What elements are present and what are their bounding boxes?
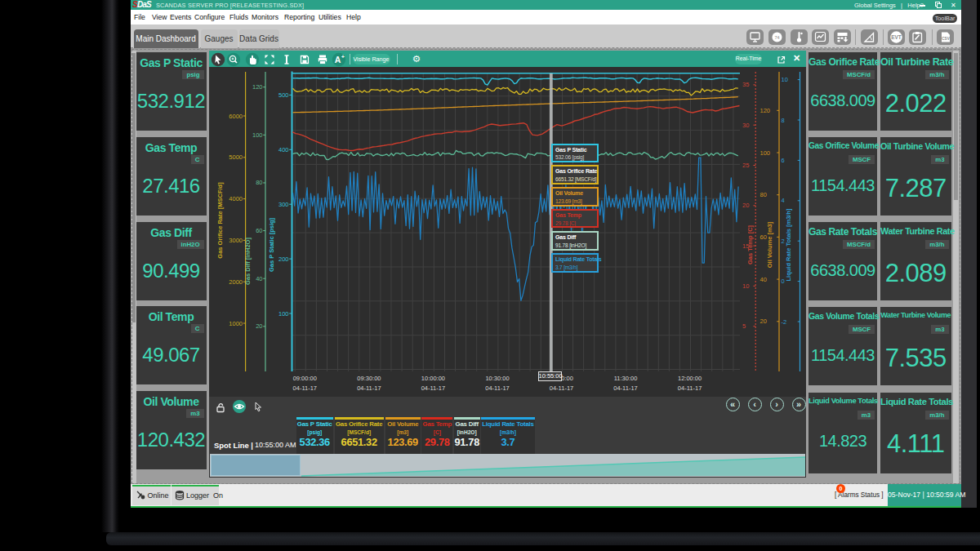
svg-text:04-11-17: 04-11-17 <box>357 384 381 392</box>
svg-text:74: 74 <box>774 35 779 40</box>
svg-text:400: 400 <box>278 146 289 153</box>
svg-text:6: 6 <box>782 157 785 164</box>
svg-text:80: 80 <box>760 191 767 198</box>
svg-text:10:00:00: 10:00:00 <box>421 375 445 382</box>
svg-text:Gas Temp [C]: Gas Temp [C] <box>746 224 754 264</box>
svg-text:25: 25 <box>742 162 749 169</box>
svg-text:10:30:00: 10:30:00 <box>485 375 509 382</box>
svg-text:09:30:00: 09:30:00 <box>357 375 381 382</box>
svg-text:4000: 4000 <box>229 195 243 202</box>
svg-text:60: 60 <box>256 227 262 234</box>
svg-text:12:00:00: 12:00:00 <box>678 375 702 382</box>
svg-text:Gas Orifice Rate [MSCF/d]: Gas Orifice Rate [MSCF/d] <box>216 182 224 259</box>
svg-text:04-11-17: 04-11-17 <box>293 384 317 392</box>
svg-text:35: 35 <box>742 81 749 88</box>
svg-text:Liquid Rate Totals [m3/h]: Liquid Rate Totals [m3/h] <box>785 208 792 282</box>
svg-text:-2: -2 <box>782 318 787 326</box>
svg-text:20: 20 <box>760 318 767 325</box>
svg-text:20: 20 <box>256 322 262 330</box>
svg-text:04-11-17: 04-11-17 <box>550 384 573 392</box>
svg-text:A: A <box>334 55 341 64</box>
svg-text:2000: 2000 <box>229 278 243 286</box>
svg-text:40: 40 <box>760 276 767 283</box>
svg-text:200: 200 <box>278 256 289 263</box>
svg-text:1000: 1000 <box>229 320 243 327</box>
svg-text:6000: 6000 <box>229 113 243 120</box>
svg-text:04-11-17: 04-11-17 <box>421 384 445 392</box>
svg-text:500: 500 <box>278 91 289 99</box>
svg-text:100: 100 <box>252 131 263 139</box>
svg-text:04-11-17: 04-11-17 <box>678 384 702 392</box>
svg-text:10: 10 <box>742 282 749 290</box>
svg-text:11:30:00: 11:30:00 <box>614 375 638 382</box>
svg-text:CSV: CSV <box>942 37 950 41</box>
svg-text:10: 10 <box>782 76 788 83</box>
svg-text:300: 300 <box>278 201 289 208</box>
svg-text:04-11-17: 04-11-17 <box>613 384 637 392</box>
svg-text:Gas P Static [psig]: Gas P Static [psig] <box>268 217 275 272</box>
svg-text:40: 40 <box>256 275 262 282</box>
svg-text:5: 5 <box>742 322 746 330</box>
svg-text:09:00:00: 09:00:00 <box>293 375 317 382</box>
svg-text:3000: 3000 <box>229 237 243 244</box>
svg-text:04-11-17: 04-11-17 <box>485 384 509 392</box>
svg-text:80: 80 <box>256 179 262 186</box>
svg-text:20: 20 <box>742 202 749 209</box>
svg-text:Gas Diff [inH2O]: Gas Diff [inH2O] <box>244 238 252 285</box>
svg-text:EVT: EVT <box>891 34 902 40</box>
svg-text:8: 8 <box>782 117 785 124</box>
svg-text:120: 120 <box>252 83 263 91</box>
svg-text:5000: 5000 <box>229 153 243 161</box>
svg-text:120: 120 <box>760 107 771 114</box>
svg-text:Oil Volume [m3]: Oil Volume [m3] <box>766 221 773 268</box>
svg-text:+: + <box>341 54 344 60</box>
svg-text:100: 100 <box>278 310 289 318</box>
svg-text:4: 4 <box>782 197 785 204</box>
svg-text:30: 30 <box>742 122 749 129</box>
svg-text:100: 100 <box>760 149 771 157</box>
